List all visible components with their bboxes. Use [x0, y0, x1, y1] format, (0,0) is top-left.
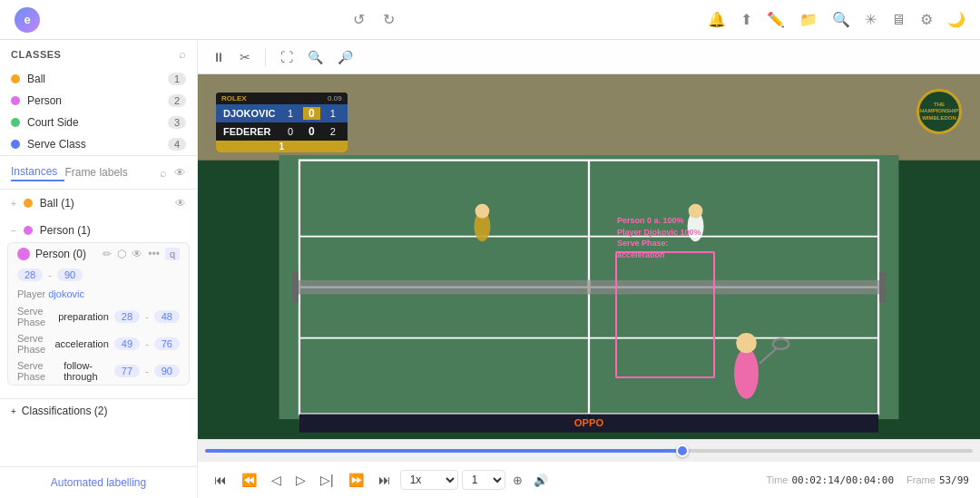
zoom-out-toolbar-btn[interactable]: 🔎	[334, 46, 357, 68]
classifications-expand-icon: +	[11, 406, 16, 416]
sponsor-text: ROLEX	[221, 94, 247, 103]
court-side-color-dot	[11, 118, 20, 127]
instance-group-person: − Person (1) Person (0) ✏ ⬡	[0, 217, 197, 391]
svg-rect-11	[292, 272, 299, 303]
asterisk-icon[interactable]: ✳	[865, 11, 877, 28]
person-sub-icon	[17, 248, 30, 260]
skip-to-start-btn[interactable]: ⏮	[209, 469, 232, 491]
class-item-court-side[interactable]: Court Side 3	[0, 112, 197, 133]
ball-instance-dot	[24, 199, 33, 208]
classifications-row[interactable]: + Classifications (2)	[0, 398, 197, 423]
video-container: OPPO ROLEX 0.0	[198, 74, 980, 439]
app-logo[interactable]: e	[15, 7, 40, 33]
person-expand-icon: −	[11, 226, 16, 236]
volume-btn[interactable]: 🔊	[530, 470, 552, 491]
detection-labels: Person 0 a. 100% Player Djokovic 100% Se…	[617, 215, 713, 260]
current-game-score: 1	[216, 141, 348, 152]
svg-text:OPPO: OPPO	[574, 417, 604, 428]
class-item-ball[interactable]: Ball 1	[0, 68, 197, 90]
frame-label: Frame	[906, 474, 936, 485]
serve-range-0-end: 48	[154, 310, 180, 323]
tab-frame-labels[interactable]: Frame labels	[64, 164, 134, 181]
instances-search-icon[interactable]: ⌕	[160, 166, 167, 180]
crop-toolbar-btn[interactable]: ✂	[236, 46, 254, 68]
ball-badge: 1	[168, 73, 186, 85]
instance-group-person-header[interactable]: − Person (1)	[0, 220, 197, 240]
eye-instance-btn[interactable]: 👁	[132, 248, 142, 260]
frame-select[interactable]: 1 2 5 10	[462, 470, 505, 490]
undo-icon[interactable]: ↺	[353, 11, 365, 28]
edit-instance-btn[interactable]: ✏	[103, 248, 112, 260]
redo-icon[interactable]: ↻	[383, 11, 395, 28]
settings-icon[interactable]: ⚙	[920, 11, 933, 28]
svg-point-20	[736, 333, 756, 353]
prev-frame-btn[interactable]: ⏪	[236, 469, 262, 491]
edit-icon[interactable]: ✏️	[767, 11, 785, 28]
person-color-dot	[11, 96, 20, 105]
classes-section: Classes ⌕ Ball 1 Person 2	[0, 40, 197, 156]
instance-group-ball: + Ball (1) 👁	[0, 190, 197, 217]
serve-class-badge: 4	[168, 138, 186, 151]
ball-instance-eye-icon[interactable]: 👁	[175, 197, 186, 210]
instances-actions: ⌕ 👁	[160, 166, 186, 180]
automated-labelling-button[interactable]: Automated labelling	[0, 466, 197, 498]
share-icon[interactable]: ⬆	[740, 11, 752, 28]
person-instance-0-header[interactable]: Person (0) ✏ ⬡ 👁 ••• q	[8, 243, 189, 265]
detection-box-1: Person 0 a. 100% Player Djokovic 100% Se…	[615, 251, 715, 378]
search-icon[interactable]: 🔍	[832, 11, 850, 28]
instances-section: Instances Frame labels ⌕ 👁 + Ball (1) 👁	[0, 156, 197, 466]
instance-group-ball-header[interactable]: + Ball (1) 👁	[0, 193, 197, 213]
time-value: 00:02:14/00:04:00	[792, 474, 895, 486]
skip-to-end-btn[interactable]: ⏭	[373, 469, 397, 491]
class-item-person[interactable]: Person 2	[0, 90, 197, 112]
ball-expand-icon: +	[11, 199, 16, 209]
pause-toolbar-btn[interactable]: ⏸	[209, 46, 229, 68]
moon-icon[interactable]: 🌙	[947, 11, 965, 28]
classes-search-icon[interactable]: ⌕	[179, 47, 186, 61]
timeline-track[interactable]	[205, 449, 973, 453]
step-back-btn[interactable]: ◁	[266, 469, 287, 491]
bell-icon[interactable]: 🔔	[708, 11, 726, 28]
top-bar-center: ↺ ↻	[353, 11, 395, 28]
serve-phase-row-2: Serve Phase follow-through 77 - 90	[8, 357, 189, 385]
duplicate-instance-btn[interactable]: ⬡	[117, 248, 126, 260]
monitor-icon[interactable]: 🖥	[891, 12, 906, 28]
range-start: 28	[17, 269, 43, 281]
next-frame-btn[interactable]: ⏩	[343, 469, 369, 491]
instances-eye-icon[interactable]: 👁	[174, 166, 186, 180]
ball-color-dot	[11, 74, 20, 83]
serve-range-0-start: 28	[114, 310, 140, 323]
toolbar-sep	[265, 48, 266, 66]
person-instance-0: Person (0) ✏ ⬡ 👁 ••• q 28 - 90	[7, 242, 190, 386]
tab-instances[interactable]: Instances	[11, 163, 64, 181]
more-instance-btn[interactable]: •••	[148, 248, 160, 260]
play-btn[interactable]: ▷	[290, 469, 311, 491]
speed-select[interactable]: 1x 0.25x 0.5x 2x 4x	[400, 470, 458, 490]
classes-header: Classes ⌕	[0, 40, 197, 68]
add-frame-btn[interactable]: ⊕	[509, 470, 526, 491]
timeline-bar[interactable]	[198, 440, 980, 462]
serve-range-2-start: 77	[114, 365, 140, 377]
wimbledon-logo: THE CHAMPIONSHIPS WIMBLEDON	[916, 89, 962, 134]
person-instance-dot	[24, 226, 33, 235]
zoom-in-toolbar-btn[interactable]: 🔍	[304, 46, 327, 68]
serve-range-2-end: 90	[154, 365, 180, 377]
classes-title: Classes	[11, 49, 61, 60]
serve-range-1-start: 49	[114, 337, 140, 350]
step-fwd-btn[interactable]: ▷|	[315, 469, 339, 491]
folder-icon[interactable]: 📁	[799, 11, 818, 28]
expand-toolbar-btn[interactable]: ⛶	[277, 46, 297, 68]
left-panel: Classes ⌕ Ball 1 Person 2	[0, 40, 198, 498]
controls-row: ⏮ ⏪ ◁ ▷ ▷| ⏩ ⏭ 1x 0.25x 0.5x 2x 4x 1 2 5	[198, 462, 980, 498]
video-frame: OPPO ROLEX 0.0	[198, 74, 980, 439]
federer-score-row: FEDERER 0 0 2	[216, 122, 348, 141]
q-badge: q	[165, 248, 180, 260]
wimbledon-text: THE CHAMPIONSHIPS WIMBLEDON	[916, 102, 963, 122]
timeline-area: ⏮ ⏪ ◁ ▷ ▷| ⏩ ⏭ 1x 0.25x 0.5x 2x 4x 1 2 5	[198, 439, 980, 498]
timeline-thumb[interactable]	[676, 444, 689, 457]
svg-point-16	[475, 204, 490, 219]
class-item-serve-class[interactable]: Serve Class 4	[0, 133, 197, 155]
federer-game: 0	[303, 125, 320, 138]
time-info: Time 00:02:14/00:04:00 Frame 53/99	[766, 474, 969, 486]
person-badge: 2	[168, 94, 186, 107]
